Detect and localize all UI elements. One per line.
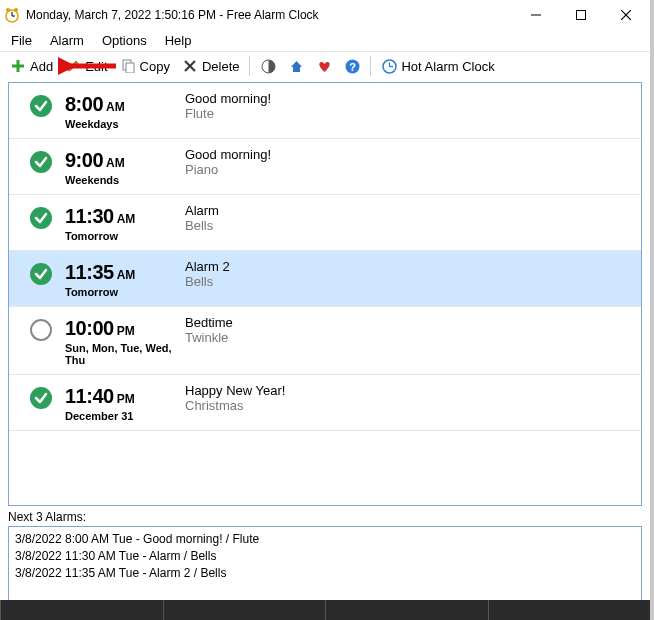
- alarm-title: Good morning!: [185, 91, 635, 106]
- alarm-desc-cell: Good morning!Flute: [185, 91, 635, 121]
- alarm-toggle[interactable]: [17, 315, 65, 341]
- alarm-time-cell: 11:40PMDecember 31: [65, 383, 185, 422]
- alarm-desc-cell: AlarmBells: [185, 203, 635, 233]
- copy-button[interactable]: Copy: [114, 55, 176, 77]
- alarm-time: 8:00: [65, 93, 103, 115]
- alarm-time-cell: 10:00PMSun, Mon, Tue, Wed, Thu: [65, 315, 185, 366]
- alarm-row[interactable]: 8:00AMWeekdaysGood morning!Flute: [9, 83, 641, 139]
- help-button[interactable]: ?: [338, 55, 366, 77]
- alarm-schedule: Weekends: [65, 174, 185, 186]
- menu-file[interactable]: File: [2, 31, 41, 50]
- toolbar-separator: [249, 56, 250, 76]
- pencil-icon: [65, 58, 81, 74]
- clock-icon: [381, 58, 397, 74]
- hot-alarm-button[interactable]: Hot Alarm Clock: [375, 55, 500, 77]
- delete-button[interactable]: Delete: [176, 55, 246, 77]
- maximize-button[interactable]: [558, 0, 603, 29]
- plus-icon: [10, 58, 26, 74]
- menubar: File Alarm Options Help: [0, 29, 650, 52]
- alarm-ampm: AM: [117, 268, 136, 282]
- alarm-schedule: Tomorrow: [65, 286, 185, 298]
- alarm-time-cell: 11:35AMTomorrow: [65, 259, 185, 298]
- svg-point-3: [6, 8, 10, 12]
- check-circle-icon: [30, 387, 52, 409]
- alarm-toggle[interactable]: [17, 147, 65, 173]
- svg-text:?: ?: [349, 60, 356, 72]
- favorite-button[interactable]: [310, 55, 338, 77]
- alarm-time: 11:40: [65, 385, 114, 407]
- alarm-time: 11:35: [65, 261, 114, 283]
- home-icon: [288, 58, 304, 74]
- alarm-schedule: Weekdays: [65, 118, 185, 130]
- titlebar: Monday, March 7, 2022 1:50:16 PM - Free …: [0, 0, 650, 29]
- alarm-toggle[interactable]: [17, 203, 65, 229]
- app-icon: [4, 7, 20, 23]
- hot-alarm-label: Hot Alarm Clock: [401, 59, 494, 74]
- check-circle-icon: [30, 151, 52, 173]
- delete-button-label: Delete: [202, 59, 240, 74]
- alarm-sound: Bells: [185, 274, 635, 289]
- alarm-sound: Flute: [185, 106, 635, 121]
- alarm-sound: Piano: [185, 162, 635, 177]
- empty-circle-icon: [30, 319, 52, 341]
- contrast-button[interactable]: [254, 55, 282, 77]
- alarm-toggle[interactable]: [17, 91, 65, 117]
- alarm-title: Good morning!: [185, 147, 635, 162]
- alarm-time-cell: 8:00AMWeekdays: [65, 91, 185, 130]
- alarm-toggle[interactable]: [17, 259, 65, 285]
- alarm-schedule: December 31: [65, 410, 185, 422]
- toolbar-separator: [370, 56, 371, 76]
- contrast-icon: [260, 58, 276, 74]
- home-button[interactable]: [282, 55, 310, 77]
- alarm-desc-cell: Good morning!Piano: [185, 147, 635, 177]
- alarm-schedule: Sun, Mon, Tue, Wed, Thu: [65, 342, 185, 366]
- alarm-title: Alarm: [185, 203, 635, 218]
- alarm-sound: Twinkle: [185, 330, 635, 345]
- alarm-row[interactable]: 11:30AMTomorrowAlarmBells: [9, 195, 641, 251]
- alarm-ampm: PM: [117, 392, 135, 406]
- alarm-desc-cell: Alarm 2Bells: [185, 259, 635, 289]
- alarm-time: 11:30: [65, 205, 114, 227]
- next-alarm-line: 3/8/2022 11:30 AM Tue - Alarm / Bells: [15, 548, 635, 565]
- menu-options[interactable]: Options: [93, 31, 156, 50]
- alarm-toggle[interactable]: [17, 383, 65, 409]
- alarm-row[interactable]: 11:40PMDecember 31Happy New Year!Christm…: [9, 375, 641, 431]
- menu-alarm[interactable]: Alarm: [41, 31, 93, 50]
- edit-button[interactable]: Edit: [59, 55, 113, 77]
- alarm-ampm: AM: [106, 156, 125, 170]
- copy-button-label: Copy: [140, 59, 170, 74]
- add-button[interactable]: Add: [4, 55, 59, 77]
- check-circle-icon: [30, 263, 52, 285]
- window-title: Monday, March 7, 2022 1:50:16 PM - Free …: [26, 8, 513, 22]
- alarm-schedule: Tomorrow: [65, 230, 185, 242]
- alarm-ampm: PM: [117, 324, 135, 338]
- alarm-title: Happy New Year!: [185, 383, 635, 398]
- next-alarms-box: 3/8/2022 8:00 AM Tue - Good morning! / F…: [8, 526, 642, 604]
- alarm-row[interactable]: 9:00AMWeekendsGood morning!Piano: [9, 139, 641, 195]
- minimize-button[interactable]: [513, 0, 558, 29]
- alarm-row[interactable]: 11:35AMTomorrowAlarm 2Bells: [9, 251, 641, 307]
- statusbar: [0, 600, 650, 620]
- edit-button-label: Edit: [85, 59, 107, 74]
- alarm-time-cell: 9:00AMWeekends: [65, 147, 185, 186]
- menu-help[interactable]: Help: [156, 31, 201, 50]
- add-button-label: Add: [30, 59, 53, 74]
- alarm-sound: Christmas: [185, 398, 635, 413]
- alarm-list[interactable]: 8:00AMWeekdaysGood morning!Flute9:00AMWe…: [8, 82, 642, 506]
- delete-icon: [182, 58, 198, 74]
- alarm-time: 10:00: [65, 317, 114, 339]
- help-icon: ?: [344, 58, 360, 74]
- svg-rect-6: [576, 10, 585, 19]
- alarm-row[interactable]: 10:00PMSun, Mon, Tue, Wed, ThuBedtimeTwi…: [9, 307, 641, 375]
- alarm-time-cell: 11:30AMTomorrow: [65, 203, 185, 242]
- close-button[interactable]: [603, 0, 648, 29]
- alarm-title: Bedtime: [185, 315, 635, 330]
- next-alarm-line: 3/8/2022 11:35 AM Tue - Alarm 2 / Bells: [15, 565, 635, 582]
- alarm-ampm: AM: [117, 212, 136, 226]
- alarm-desc-cell: Happy New Year!Christmas: [185, 383, 635, 413]
- next-alarms-label: Next 3 Alarms:: [8, 510, 642, 524]
- copy-icon: [120, 58, 136, 74]
- check-circle-icon: [30, 207, 52, 229]
- heart-icon: [316, 58, 332, 74]
- window-controls: [513, 0, 648, 29]
